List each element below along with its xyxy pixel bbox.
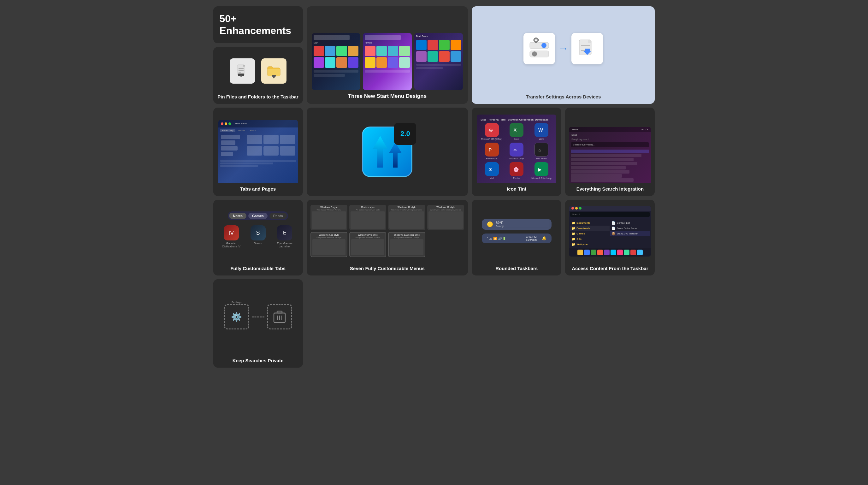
start-menu-thumb-3: Brad Sams (414, 33, 463, 90)
folder-gifs: 📁Gifs › (570, 236, 610, 242)
version2-logo: 2.0 (362, 126, 412, 177)
svg-point-12 (532, 52, 537, 57)
start-menu-thumb-1: Start (312, 33, 361, 90)
file-contact-list: 📄Contact List (610, 220, 650, 225)
tint-item-excel: X Excel (505, 123, 528, 140)
upload-document-icon (578, 39, 597, 58)
taskbar-app-icons (569, 248, 651, 256)
icon-tint-screenshot: Brad - Personal Mail - Stantock Corporat… (472, 108, 561, 183)
weather-widget: 59°F Sunny (496, 221, 504, 228)
condition: Sunny (496, 225, 504, 228)
everything-search-card: Start11 ─ □ ✕ Brad Everything search Sea… (565, 108, 655, 196)
transfer-settings-label: Transfer Settings Across Devices (472, 91, 655, 104)
pin-files-label: Pin Files and Folders to the Taskbar (213, 91, 303, 104)
menu-thumb-win10: Windows 10 style Windows 10 style with i… (388, 205, 425, 230)
tint-item-word: W Word (530, 123, 553, 140)
folder-icon (266, 63, 281, 79)
menus-illustration: Windows 7 style The classic Windows 7 me… (307, 200, 468, 263)
time-display: 4:14 PM 11/2/2023 (526, 235, 537, 241)
access-content-illustration: Start11 📁Documents › 📁Downloads › (565, 200, 655, 263)
menu-thumb-win7: Windows 7 style The classic Windows 7 me… (310, 205, 347, 230)
v2-arrow-left-icon (373, 136, 388, 168)
trash-container (267, 304, 292, 329)
taskbar-tray-preview: ^ ☁ 📶 🔊 🔋 4:14 PM 11/2/2023 🔔 (482, 234, 552, 243)
access-content-card: Start11 📁Documents › 📁Downloads › (565, 200, 655, 275)
custom-tab-bar: Notes Games Photo (228, 211, 288, 220)
folder-icon-box (261, 58, 286, 84)
transfer-illustration: → (472, 6, 655, 91)
enhancements-title: 50+ Enhancements (220, 12, 297, 37)
start-menu-label: Three New Start Menu Designs (307, 90, 468, 104)
tint-item-ms365: ⊕ Microsoft 365 (Office) (480, 123, 503, 140)
keep-private-illustration: ⚙️ Settings (218, 279, 299, 355)
svg-text:W: W (538, 127, 543, 133)
clipchamp-icon: ▶ (538, 165, 545, 173)
everything-mockup: Start11 ─ □ ✕ Brad Everything search Sea… (569, 127, 651, 183)
start-menu-screenshots: Start (307, 6, 468, 90)
svg-text:🌸: 🌸 (514, 167, 519, 172)
excel-icon: X (513, 126, 520, 134)
tab-notes: Notes (229, 213, 246, 219)
menu-thumb-win11: Windows 11 style Windows 11 style with i… (427, 205, 464, 230)
folder-downloads: 📁Downloads › (570, 225, 610, 231)
svg-text:⌂: ⌂ (538, 147, 541, 152)
enhancements-card: 50+ Enhancements (213, 6, 303, 43)
tabs-pages-label: Tabs and Pages (213, 183, 303, 196)
devhome-icon: ⌂ (538, 146, 545, 153)
start-menu-thumb-2: Pinned (363, 33, 412, 90)
settings-icon-box (523, 33, 555, 64)
file-explorer-mock: Start11 📁Documents › 📁Downloads › (569, 206, 651, 256)
file-sales-order: 📄Sales Order Form (610, 225, 650, 231)
tab-games: Games (248, 213, 268, 219)
access-content-label: Access Content From the Taskbar (565, 263, 655, 275)
taskbar-weather-preview: 🟡 59°F Sunny (482, 219, 552, 230)
svg-text:▶: ▶ (538, 167, 542, 172)
svg-rect-1 (243, 65, 245, 67)
menu-thumb-modern: Modern style An updated Windows 7 style (349, 205, 386, 230)
version2-illustration: 2.0 (355, 108, 419, 196)
word-icon: W (538, 126, 545, 134)
tabs-mockup: Brad Sams Productivity Games Photo (218, 120, 298, 183)
custom-tabs-card: Notes Games Photo IV Galactic Civilizati… (213, 200, 303, 275)
dashed-connector (252, 316, 265, 317)
v2-badge: 2.0 (394, 123, 416, 145)
ms365-icon: ⊕ (488, 126, 496, 134)
menu-thumb-launcher: Windows Launcher style An updated Window… (388, 232, 425, 257)
svg-text:⊕: ⊕ (489, 127, 493, 133)
svg-point-10 (541, 43, 547, 48)
svg-rect-18 (588, 40, 591, 43)
rounded-taskbar-label: Rounded Taskbars (472, 263, 561, 275)
tabs-pages-card: Brad Sams Productivity Games Photo (213, 108, 303, 196)
start-menu-card: Start (307, 6, 468, 104)
svg-rect-7 (272, 75, 276, 77)
version2-card: 2.0 (307, 108, 468, 196)
pin-files-card: Pin Files and Folders to the Taskbar (213, 47, 303, 104)
svg-text:P: P (489, 147, 492, 152)
tint-item-clipchamp: ▶ Microsoft Clipchamp (530, 162, 553, 179)
photos-icon: 🌸 (513, 165, 520, 173)
custom-tabs-label: Fully Customizable Tabs (213, 263, 303, 275)
v2-arrow-right-icon (389, 142, 402, 168)
file-icon (235, 63, 250, 79)
tint-item-powerpoint: P PowerPoint (480, 143, 503, 160)
app-steam: S Steam (246, 225, 270, 248)
svg-text:✉: ✉ (489, 167, 493, 172)
taskbar-illustration: 🟡 59°F Sunny ^ ☁ 📶 🔊 🔋 4:14 PM 11/2/2023 (472, 200, 561, 263)
custom-tabs-illustration: Notes Games Photo IV Galactic Civilizati… (213, 200, 303, 263)
tint-item-devhome: ⌂ Dev Home (530, 143, 553, 160)
icon-tint-card: Brad - Personal Mail - Stantock Corporat… (472, 108, 561, 196)
svg-marker-30 (389, 142, 402, 168)
apps-grid: IV Galactic Civilizations IV S Steam E E… (217, 223, 299, 250)
everything-screenshot: Start11 ─ □ ✕ Brad Everything search Sea… (565, 108, 655, 183)
settings-toggle-icon (528, 37, 550, 60)
file-explorer-header (569, 206, 651, 211)
svg-text:∞: ∞ (514, 147, 517, 152)
menu-thumb-app: Windows App style An updated Windows 11 … (310, 232, 347, 257)
folder-wallpaper: 📁Wallpaper › (570, 242, 610, 247)
tab-photo: Photo (270, 213, 287, 219)
svg-marker-29 (373, 136, 388, 168)
pin-icons-illustration (213, 47, 303, 91)
tray-icons: ^ ☁ 📶 🔊 🔋 (487, 237, 506, 240)
app-epic: E Epic Games Launcher (273, 225, 297, 248)
tabs-pages-screenshot: Brad Sams Productivity Games Photo (213, 108, 303, 183)
